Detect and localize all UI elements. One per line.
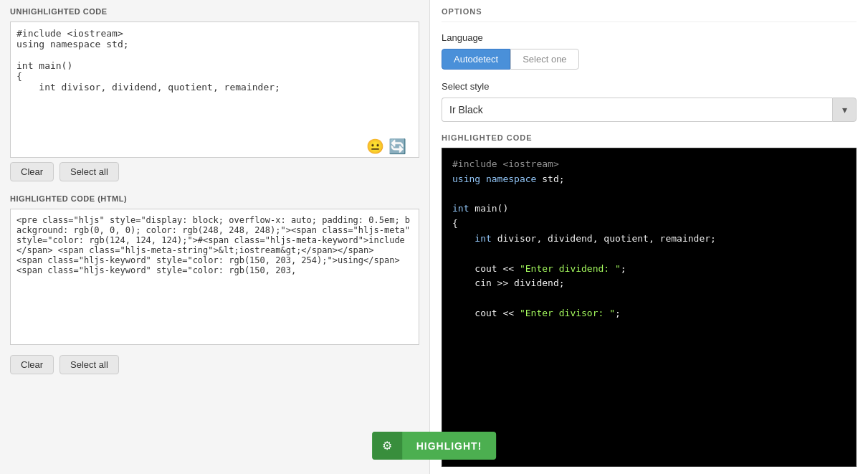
select-all-button-bottom[interactable]: Select all <box>59 355 119 374</box>
clear-button-top[interactable]: Clear <box>10 162 54 181</box>
unhighlighted-code-title: UNHIGHLIGHTED CODE <box>10 7 419 16</box>
left-panel: UNHIGHLIGHTED CODE #include <iostream> u… <box>0 0 430 474</box>
code-line-blank3 <box>452 291 846 306</box>
html-code-textarea[interactable]: <pre class="hljs" style="display: block;… <box>10 209 419 345</box>
code-line-blank1 <box>452 187 846 202</box>
options-title: OPTIONS <box>442 7 857 22</box>
highlight-bar[interactable]: ⚙ HIGHLIGHT! <box>372 432 497 460</box>
highlighted-code-content: #include <iostream> using namespace std;… <box>452 157 846 321</box>
code-line-11: cout << "Enter divisor: "; <box>452 306 846 321</box>
code-line-9: cin >> dividend; <box>452 276 846 291</box>
select-all-button-top[interactable]: Select all <box>59 162 119 181</box>
unhighlighted-btn-row: Clear Select all <box>10 162 419 181</box>
highlighted-code-box[interactable]: #include <iostream> using namespace std;… <box>442 148 857 467</box>
style-label: Select style <box>442 81 857 92</box>
highlighted-code-title: HIGHLIGHTED CODE <box>442 133 857 142</box>
autodetect-button[interactable]: Autodetect <box>442 49 510 70</box>
code-line-1: #include <iostream> <box>452 157 846 172</box>
html-code-title: HIGHLIGHTED CODE (HTML) <box>10 194 419 203</box>
right-panel: OPTIONS Language Autodetect Select one S… <box>430 0 868 474</box>
code-line-4: int main() <box>452 202 846 217</box>
style-dropdown-button[interactable]: ▾ <box>832 98 857 122</box>
code-line-2: using namespace std; <box>452 172 846 187</box>
html-btn-row: Clear Select all <box>10 355 419 374</box>
highlight-label[interactable]: HIGHLIGHT! <box>402 433 497 459</box>
textarea-icon-row: 😐 🔄 <box>10 138 406 155</box>
code-line-blank2 <box>452 247 846 262</box>
code-line-6: int divisor, dividend, quotient, remaind… <box>452 232 846 247</box>
style-select[interactable]: Ir Black <box>442 98 832 122</box>
code-line-5: { <box>452 217 846 232</box>
code-line-8: cout << "Enter dividend: "; <box>452 262 846 277</box>
emoji-refresh-icon[interactable]: 🔄 <box>388 138 406 155</box>
gear-icon: ⚙ <box>382 439 392 452</box>
html-section: HIGHLIGHTED CODE (HTML) <pre class="hljs… <box>10 194 419 348</box>
style-select-wrapper: Ir Black ▾ <box>442 98 857 122</box>
language-buttons: Autodetect Select one <box>442 49 857 70</box>
language-label: Language <box>442 32 857 43</box>
gear-section: ⚙ <box>372 432 402 460</box>
clear-button-bottom[interactable]: Clear <box>10 355 54 374</box>
select-one-button[interactable]: Select one <box>510 49 578 70</box>
emoji-neutral-icon[interactable]: 😐 <box>366 138 384 155</box>
